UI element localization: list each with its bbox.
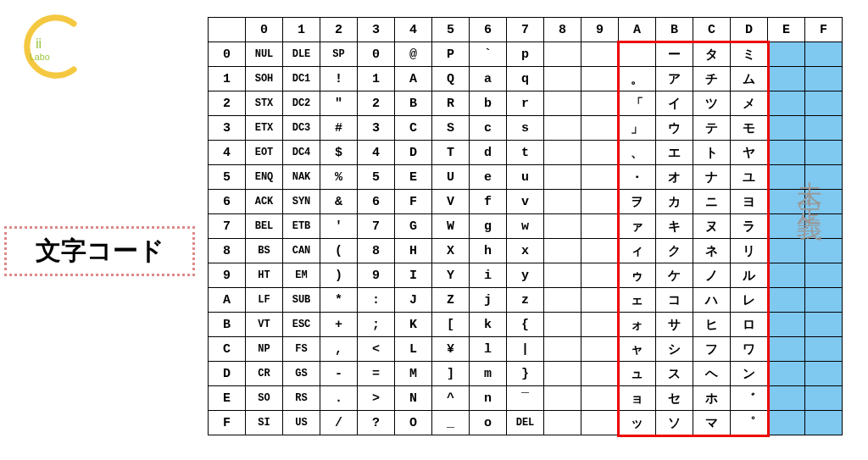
cell [805,141,843,165]
cell: DC3 [283,116,320,141]
cell [581,67,619,91]
cell: U [432,165,470,190]
cell: レ [731,288,768,313]
cell [805,386,843,411]
cell: ム [731,67,768,91]
cell: ッ [619,411,656,435]
cell: ツ [693,91,731,116]
row-header: 5 [209,165,246,190]
row-header: 6 [209,190,246,214]
cell: ユ [731,165,768,190]
cell: ] [432,362,470,386]
cell: ! [320,67,358,91]
cell: DC1 [283,67,320,91]
cell: モ [731,116,768,141]
row-header: 0 [209,42,246,67]
cell: L [395,337,432,362]
cell: : [358,288,395,313]
cell: ワ [731,337,768,362]
cell: q [507,67,544,91]
cell [805,263,843,288]
cell: R [432,91,470,116]
cell: メ [731,91,768,116]
cell: ESC [283,313,320,337]
cell: 2 [358,91,395,116]
cell: コ [656,288,693,313]
col-header: 4 [395,18,432,42]
cell: NP [246,337,283,362]
cell: ) [320,263,358,288]
cell: ノ [693,263,731,288]
row-header: E [209,386,246,411]
cell: n [470,386,507,411]
ascii-table: 0123456789ABCDEF 0NULDLESP0@P`pータミ1SOHDC… [208,17,843,435]
cell: 3 [358,116,395,141]
col-header: 8 [544,18,581,42]
cell: D [395,141,432,165]
col-header: B [656,18,693,42]
cell: 「 [619,91,656,116]
cell: ト [693,141,731,165]
cell: テ [693,116,731,141]
cell [581,141,619,165]
cell [768,337,805,362]
cell: ゛ [731,386,768,411]
cell: S [432,116,470,141]
cell: SP [320,42,358,67]
row-header: D [209,362,246,386]
cell [768,386,805,411]
cell: $ [320,141,358,165]
cell: ネ [693,239,731,263]
col-header: F [805,18,843,42]
cell: [ [432,313,470,337]
cell: - [320,362,358,386]
cell: 7 [358,214,395,239]
cell [768,141,805,165]
cell: ル [731,263,768,288]
col-header: E [768,18,805,42]
row-header: 1 [209,67,246,91]
cell [805,165,843,190]
col-header: 0 [246,18,283,42]
cell: y [507,263,544,288]
cell: w [507,214,544,239]
cell: ナ [693,165,731,190]
cell: EOT [246,141,283,165]
cell: z [507,288,544,313]
cell [544,337,581,362]
row-header: C [209,337,246,362]
cell: エ [656,141,693,165]
col-header: 7 [507,18,544,42]
cell [544,116,581,141]
cell: _ [432,411,470,435]
cell: キ [656,214,693,239]
cell [768,91,805,116]
cell: & [320,190,358,214]
cell [544,67,581,91]
cell [805,362,843,386]
cell: ケ [656,263,693,288]
cell: ニ [693,190,731,214]
cell: 」 [619,116,656,141]
cell: シ [656,337,693,362]
cell: イ [656,91,693,116]
svg-text:Labo: Labo [30,52,50,62]
cell: 8 [358,239,395,263]
cell: C [395,116,432,141]
cell [805,190,843,214]
cell: m [470,362,507,386]
cell: DC2 [283,91,320,116]
cell: SI [246,411,283,435]
cell: CAN [283,239,320,263]
cell: GS [283,362,320,386]
cell: ^ [432,386,470,411]
cell [768,165,805,190]
cell [805,116,843,141]
cell [805,239,843,263]
cell: Y [432,263,470,288]
cell: ‾ [507,386,544,411]
cell: @ [395,42,432,67]
cell: FS [283,337,320,362]
cell: ヒ [693,313,731,337]
cell: ACK [246,190,283,214]
